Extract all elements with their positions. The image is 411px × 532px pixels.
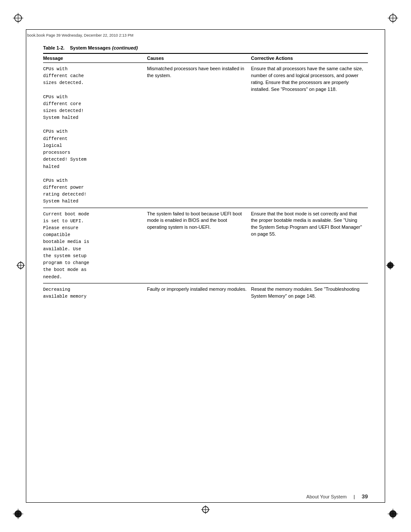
table-row: Current boot modeis set to UEFI.Please e…: [43, 208, 368, 283]
table-header-row: Message Causes Corrective Actions: [43, 53, 368, 63]
causes-cell-1: Mismatched processors have been installe…: [147, 63, 251, 208]
footer-separator: |: [354, 494, 355, 499]
mid-right-mark: [386, 261, 395, 271]
col-header-message: Message: [43, 53, 147, 63]
causes-cell-2: The system failed to boot because UEFI b…: [147, 208, 251, 283]
corner-mark-tl: [13, 13, 23, 23]
page-footer: About Your System | 39: [43, 493, 368, 500]
footer-section: About Your System: [306, 494, 347, 499]
table-row: Decreasingavailable memory Faulty or imp…: [43, 283, 368, 302]
corner-mark-br: [388, 509, 398, 519]
header-text: book.book Page 39 Wednesday, December 22…: [27, 33, 134, 37]
actions-cell-2: Ensure that the boot mode is set correct…: [251, 208, 368, 283]
footer-page-number: 39: [362, 493, 368, 500]
main-content: Table 1-2. System Messages (continued) M…: [43, 45, 368, 489]
causes-cell-3: Faulty or improperly installed memory mo…: [147, 283, 251, 302]
page-border-right: [385, 29, 385, 503]
message-cell-3: Decreasingavailable memory: [43, 283, 147, 302]
page-border-bottom: [26, 502, 385, 503]
mid-left-mark: [16, 261, 25, 271]
col-header-actions: Corrective Actions: [251, 53, 368, 63]
message-cell-2: Current boot modeis set to UEFI.Please e…: [43, 208, 147, 283]
message-cell-1: CPUs withdifferent cachesizes detected. …: [43, 63, 147, 208]
page-border-top: [26, 29, 385, 30]
page-border-left: [26, 29, 26, 503]
corner-mark-bl: [13, 509, 23, 519]
table-title-main: System Messages: [70, 45, 111, 50]
table-title-continued: (continued): [112, 45, 138, 50]
table-title: Table 1-2. System Messages (continued): [43, 45, 368, 50]
page-header: book.book Page 39 Wednesday, December 22…: [27, 31, 384, 39]
corner-mark-tr: [388, 13, 398, 23]
col-header-causes: Causes: [147, 53, 251, 63]
bottom-center-mark: [201, 505, 210, 516]
actions-cell-3: Reseat the memory modules. See "Troubles…: [251, 283, 368, 302]
system-messages-table: Message Causes Corrective Actions CPUs w…: [43, 53, 368, 302]
table-title-label: Table 1-2.: [43, 45, 65, 50]
table-row: CPUs withdifferent cachesizes detected. …: [43, 63, 368, 208]
actions-cell-1: Ensure that all processors have the same…: [251, 63, 368, 208]
